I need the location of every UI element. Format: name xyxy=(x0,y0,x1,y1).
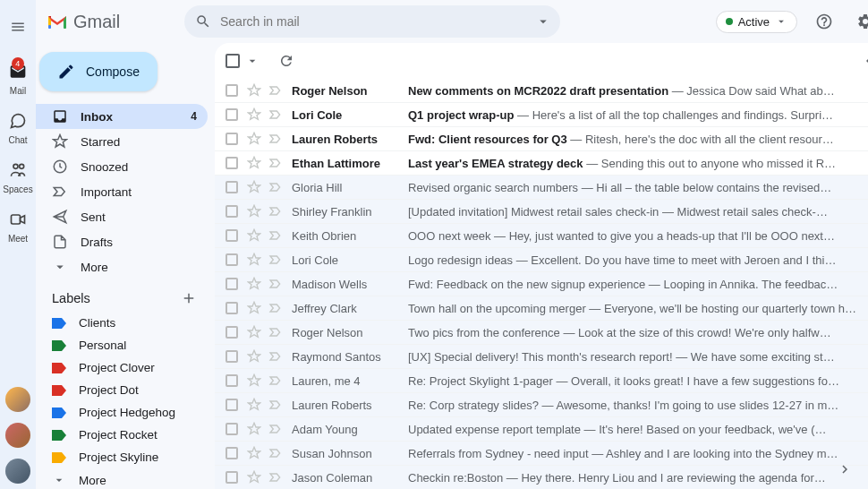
label-project-rocket[interactable]: Project Rocket xyxy=(36,424,208,446)
star-icon[interactable] xyxy=(247,156,261,170)
star-icon[interactable] xyxy=(247,228,261,243)
newer-button[interactable] xyxy=(855,47,868,75)
star-icon[interactable] xyxy=(247,83,261,98)
importance-icon[interactable] xyxy=(268,325,283,339)
status-chip[interactable]: Active xyxy=(716,11,797,33)
main-menu-button[interactable] xyxy=(0,9,36,45)
row-checkbox[interactable] xyxy=(226,157,238,169)
select-dropdown-icon[interactable] xyxy=(245,54,260,68)
row-checkbox[interactable] xyxy=(226,205,238,218)
row-checkbox[interactable] xyxy=(226,133,238,145)
star-icon[interactable] xyxy=(247,470,261,485)
rail-chat[interactable]: Chat xyxy=(3,103,32,152)
email-row[interactable]: Raymond Santos [UX] Special delivery! Th… xyxy=(215,345,868,369)
row-checkbox[interactable] xyxy=(226,399,238,411)
nav-more[interactable]: More xyxy=(36,254,208,279)
star-icon[interactable] xyxy=(247,349,261,364)
rail-meet[interactable]: Meet xyxy=(3,202,32,251)
star-icon[interactable] xyxy=(247,107,261,122)
nav-snoozed[interactable]: Snoozed xyxy=(36,154,208,179)
star-icon[interactable] xyxy=(247,180,261,194)
email-row[interactable]: Madison Wells Fwd: Feedback on the new s… xyxy=(215,272,868,296)
email-row[interactable]: Lauren, me 4 Re: Project Skylight 1-page… xyxy=(215,369,868,393)
select-all-checkbox[interactable] xyxy=(226,54,240,68)
importance-icon[interactable] xyxy=(268,349,283,364)
importance-icon[interactable] xyxy=(268,301,283,315)
nav-sent[interactable]: Sent xyxy=(36,204,208,229)
rail-spaces[interactable]: Spaces xyxy=(3,152,32,202)
add-label-button[interactable] xyxy=(181,290,197,306)
label-project-hedgehog[interactable]: Project Hedgehog xyxy=(36,401,208,424)
email-row[interactable]: Adam Young Updated expense report templa… xyxy=(215,417,868,442)
email-row[interactable]: Roger Nelson New comments on MCR2022 dra… xyxy=(215,79,868,103)
star-icon[interactable] xyxy=(247,422,261,436)
search-bar[interactable] xyxy=(184,5,560,38)
compose-button[interactable]: Compose xyxy=(39,52,157,91)
email-row[interactable]: Gloria Hill Revised organic search numbe… xyxy=(215,176,868,200)
chat-avatar-3[interactable] xyxy=(5,459,30,484)
email-row[interactable]: Ethan Lattimore Last year's EMEA strateg… xyxy=(215,151,868,176)
row-checkbox[interactable] xyxy=(226,181,238,193)
settings-button[interactable] xyxy=(851,7,868,36)
label-project-clover[interactable]: Project Clover xyxy=(36,356,208,379)
email-row[interactable]: Jeffrey Clark Town hall on the upcoming … xyxy=(215,296,868,321)
importance-icon[interactable] xyxy=(268,422,283,436)
importance-icon[interactable] xyxy=(268,446,283,460)
importance-icon[interactable] xyxy=(268,398,283,412)
importance-icon[interactable] xyxy=(268,107,283,122)
rail-mail[interactable]: Mail4 xyxy=(3,54,32,103)
row-checkbox[interactable] xyxy=(226,326,238,339)
star-icon[interactable] xyxy=(247,373,261,388)
label-project-dot[interactable]: Project Dot xyxy=(36,379,208,401)
star-icon[interactable] xyxy=(247,253,261,267)
support-button[interactable] xyxy=(810,7,838,36)
gmail-logo[interactable]: Gmail xyxy=(47,12,172,32)
email-row[interactable]: Lori Cole Q1 project wrap-up — Here's a … xyxy=(215,103,868,127)
labels-more[interactable]: More xyxy=(36,468,208,489)
importance-icon[interactable] xyxy=(268,253,283,267)
nav-important[interactable]: Important xyxy=(36,179,208,204)
email-row[interactable]: Lauren Roberts Re: Corp strategy slides?… xyxy=(215,393,868,417)
importance-icon[interactable] xyxy=(268,277,283,291)
star-icon[interactable] xyxy=(247,277,261,291)
row-checkbox[interactable] xyxy=(226,229,238,242)
label-project-skyline[interactable]: Project Skyline xyxy=(36,446,208,468)
nav-inbox[interactable]: Inbox4 xyxy=(36,104,208,129)
star-icon[interactable] xyxy=(247,325,261,339)
row-checkbox[interactable] xyxy=(226,108,238,121)
importance-icon[interactable] xyxy=(268,470,283,485)
email-row[interactable]: Shirley Franklin [Updated invitation] Mi… xyxy=(215,200,868,224)
row-checkbox[interactable] xyxy=(226,447,238,459)
nav-drafts[interactable]: Drafts xyxy=(36,229,208,254)
side-panel-toggle[interactable] xyxy=(832,457,857,482)
row-checkbox[interactable] xyxy=(226,278,238,290)
star-icon[interactable] xyxy=(247,204,261,219)
row-checkbox[interactable] xyxy=(226,374,238,387)
importance-icon[interactable] xyxy=(268,228,283,243)
importance-icon[interactable] xyxy=(268,132,283,146)
row-checkbox[interactable] xyxy=(226,253,238,266)
star-icon[interactable] xyxy=(247,446,261,460)
search-options-icon[interactable] xyxy=(535,13,551,30)
row-checkbox[interactable] xyxy=(226,471,238,484)
star-icon[interactable] xyxy=(247,301,261,315)
chat-avatar-2[interactable] xyxy=(5,423,30,448)
label-clients[interactable]: Clients xyxy=(36,312,208,334)
email-row[interactable]: Susan Johnson Referrals from Sydney - ne… xyxy=(215,442,868,466)
row-checkbox[interactable] xyxy=(226,84,238,97)
importance-icon[interactable] xyxy=(268,204,283,219)
email-row[interactable]: Roger Nelson Two pics from the conferenc… xyxy=(215,321,868,345)
label-personal[interactable]: Personal xyxy=(36,334,208,356)
refresh-button[interactable] xyxy=(272,47,301,75)
importance-icon[interactable] xyxy=(268,180,283,194)
importance-icon[interactable] xyxy=(268,373,283,388)
chat-avatar-1[interactable] xyxy=(5,387,30,412)
importance-icon[interactable] xyxy=(268,83,283,98)
email-row[interactable]: Jason Coleman Checkin re:Boston — Hey th… xyxy=(215,466,868,489)
email-row[interactable]: Lauren Roberts Fwd: Client resources for… xyxy=(215,127,868,151)
row-checkbox[interactable] xyxy=(226,302,238,314)
importance-icon[interactable] xyxy=(268,156,283,170)
star-icon[interactable] xyxy=(247,398,261,412)
row-checkbox[interactable] xyxy=(226,423,238,435)
star-icon[interactable] xyxy=(247,132,261,146)
